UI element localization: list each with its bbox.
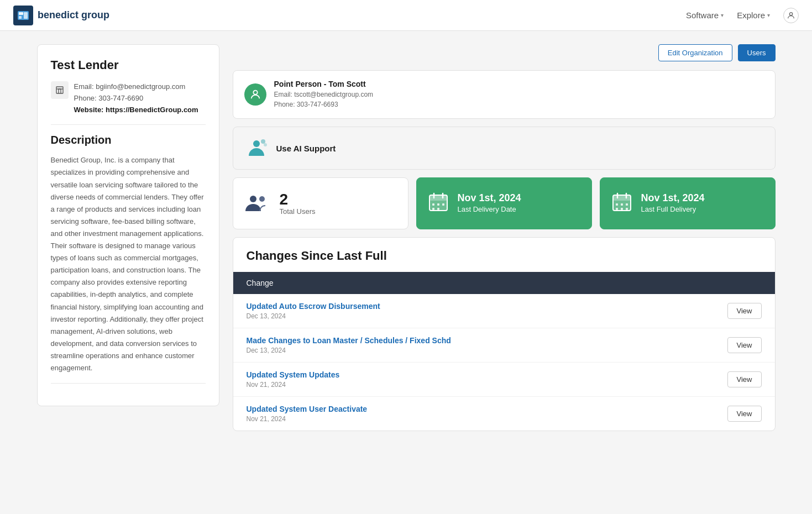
change-title-3: Updated System Updates xyxy=(247,370,340,379)
svg-point-4 xyxy=(789,12,792,15)
view-button-3[interactable]: View xyxy=(727,371,762,387)
change-date-3: Nov 21, 2024 xyxy=(247,381,340,389)
logo-text: benedict group xyxy=(38,9,109,21)
svg-point-11 xyxy=(259,196,265,202)
ai-icon xyxy=(244,136,269,160)
svg-rect-20 xyxy=(437,208,439,210)
left-panel: Test Lender Email: bgiinfo@benedictgroup… xyxy=(37,44,219,431)
svg-rect-27 xyxy=(626,203,628,206)
calendar-full-icon xyxy=(611,192,632,215)
change-info-3: Updated System Updates Nov 21, 2024 xyxy=(247,370,340,389)
change-row-3: Updated System Updates Nov 21, 2024 View xyxy=(233,363,775,397)
svg-rect-3 xyxy=(24,12,28,19)
total-users-card: 2 Total Users xyxy=(233,177,408,229)
org-phone: Phone: 303-747-6690 xyxy=(74,93,198,104)
org-card: Test Lender Email: bgiinfo@benedictgroup… xyxy=(37,44,219,406)
last-full-delivery-label: Last Full Delivery xyxy=(641,204,705,214)
nav-explore[interactable]: Explore ▾ xyxy=(737,11,770,20)
total-users-label: Total Users xyxy=(280,207,316,216)
last-full-delivery-info: Nov 1st, 2024 Last Full Delivery xyxy=(641,192,705,214)
svg-rect-28 xyxy=(616,208,618,210)
point-person-email: Email: tscott@benedictgroup.com xyxy=(274,90,374,99)
change-row-1: Updated Auto Escrow Disbursement Dec 13,… xyxy=(233,294,775,328)
header-nav: Software ▾ Explore ▾ xyxy=(686,8,799,23)
svg-point-10 xyxy=(250,196,256,202)
nav-software[interactable]: Software ▾ xyxy=(686,11,724,20)
svg-rect-19 xyxy=(432,208,434,210)
svg-rect-2 xyxy=(19,16,22,19)
change-row-4: Updated System User Deactivate Nov 21, 2… xyxy=(233,397,775,431)
last-delivery-label: Last Delivery Date xyxy=(458,204,521,214)
svg-point-6 xyxy=(253,91,257,95)
logo[interactable]: benedict group xyxy=(13,6,109,25)
right-panel: Edit Organization Users Point Person - T… xyxy=(233,44,776,431)
svg-rect-16 xyxy=(432,203,434,206)
building-icon xyxy=(51,81,69,99)
change-date-4: Nov 21, 2024 xyxy=(247,415,368,423)
last-full-delivery-date: Nov 1st, 2024 xyxy=(641,192,705,204)
svg-rect-17 xyxy=(437,203,439,206)
svg-point-9 xyxy=(264,143,267,146)
point-person-info: Point Person - Tom Scott Email: tscott@b… xyxy=(274,80,374,109)
org-info-row: Email: bgiinfo@benedictgroup.com Phone: … xyxy=(51,81,206,116)
last-delivery-date: Nov 1st, 2024 xyxy=(458,192,521,204)
change-date-2: Dec 13, 2024 xyxy=(247,347,451,354)
svg-rect-1 xyxy=(19,12,23,15)
point-person-phone: Phone: 303-747-6693 xyxy=(274,99,374,109)
svg-rect-30 xyxy=(626,208,628,210)
change-title-4: Updated System User Deactivate xyxy=(247,405,368,413)
divider xyxy=(51,124,206,125)
last-delivery-card: Nov 1st, 2024 Last Delivery Date xyxy=(416,177,592,229)
edit-organization-button[interactable]: Edit Organization xyxy=(658,44,732,61)
change-info-2: Made Changes to Loan Master / Schedules … xyxy=(247,336,451,354)
view-button-4[interactable]: View xyxy=(727,406,762,422)
org-website: Website: https://BenedictGroup.com xyxy=(74,106,198,114)
org-description: Benedict Group, Inc. is a company that s… xyxy=(51,154,206,374)
total-users-count: 2 xyxy=(280,192,316,207)
changes-card: Changes Since Last Full Change Updated A… xyxy=(233,237,776,431)
logo-icon xyxy=(13,6,33,25)
change-info-4: Updated System User Deactivate Nov 21, 2… xyxy=(247,405,368,423)
calendar-icon xyxy=(428,192,449,215)
svg-point-8 xyxy=(261,139,265,144)
chevron-down-icon: ▾ xyxy=(767,12,770,18)
changes-title: Changes Since Last Full xyxy=(233,238,775,272)
change-info-1: Updated Auto Escrow Disbursement Dec 13,… xyxy=(247,302,380,320)
org-name: Test Lender xyxy=(51,58,206,72)
point-person-name: Point Person - Tom Scott xyxy=(274,80,374,88)
svg-rect-26 xyxy=(621,203,623,206)
last-delivery-info: Nov 1st, 2024 Last Delivery Date xyxy=(458,192,521,214)
description-title: Description xyxy=(51,134,206,146)
main-container: Test Lender Email: bgiinfo@benedictgroup… xyxy=(19,31,793,444)
change-title-1: Updated Auto Escrow Disbursement xyxy=(247,302,380,311)
view-button-1[interactable]: View xyxy=(727,303,762,319)
changes-table-header: Change xyxy=(233,272,775,294)
svg-rect-25 xyxy=(616,203,618,206)
org-contact-info: Email: bgiinfo@benedictgroup.com Phone: … xyxy=(74,81,198,116)
users-button[interactable]: Users xyxy=(738,44,776,61)
header: benedict group Software ▾ Explore ▾ xyxy=(0,0,812,31)
last-full-delivery-card: Nov 1st, 2024 Last Full Delivery xyxy=(600,177,776,229)
stats-row: 2 Total Users xyxy=(233,177,776,229)
svg-rect-18 xyxy=(442,203,444,206)
ai-support-label: Use AI Support xyxy=(276,144,336,153)
change-row-2: Made Changes to Loan Master / Schedules … xyxy=(233,328,775,363)
total-users-info: 2 Total Users xyxy=(280,192,316,216)
svg-rect-5 xyxy=(56,87,63,93)
ai-support-card[interactable]: Use AI Support xyxy=(233,127,776,170)
chevron-down-icon: ▾ xyxy=(721,12,724,18)
change-date-1: Dec 13, 2024 xyxy=(247,312,380,320)
svg-rect-13 xyxy=(429,195,447,201)
org-email: Email: bgiinfo@benedictgroup.com xyxy=(74,81,198,93)
change-title-2: Made Changes to Loan Master / Schedules … xyxy=(247,336,451,345)
people-icon xyxy=(244,189,271,218)
svg-rect-29 xyxy=(621,208,623,210)
point-person-card: Point Person - Tom Scott Email: tscott@b… xyxy=(233,70,776,119)
svg-rect-22 xyxy=(613,195,631,201)
avatar xyxy=(244,83,266,106)
divider-bottom xyxy=(51,383,206,384)
top-actions: Edit Organization Users xyxy=(233,44,776,61)
view-button-2[interactable]: View xyxy=(727,337,762,353)
svg-point-7 xyxy=(253,140,260,147)
user-icon[interactable] xyxy=(783,8,799,23)
